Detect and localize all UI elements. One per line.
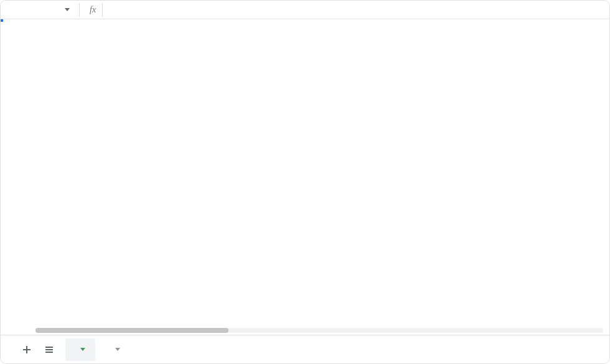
sheet-tab-bar [1,335,609,363]
fx-icon: fx [83,5,102,15]
chevron-down-icon[interactable] [80,348,85,352]
horizontal-scrollbar[interactable] [33,326,603,335]
selection-rectangle [1,19,3,22]
add-sheet-button[interactable] [16,338,38,361]
formula-bar: fx [1,1,609,19]
chevron-down-icon [63,6,72,14]
divider [79,3,80,17]
tab-filtered-listings[interactable] [65,338,95,361]
selection-fill-handle[interactable] [1,19,4,22]
tab-all-listings[interactable] [100,338,130,361]
divider [102,3,103,17]
all-sheets-button[interactable] [38,338,60,361]
grid-area [1,19,609,335]
spreadsheet-app: fx [0,0,610,364]
chevron-down-icon[interactable] [115,348,120,352]
scroll-track [35,328,603,333]
scroll-thumb[interactable] [35,328,228,333]
name-box[interactable] [6,1,75,19]
